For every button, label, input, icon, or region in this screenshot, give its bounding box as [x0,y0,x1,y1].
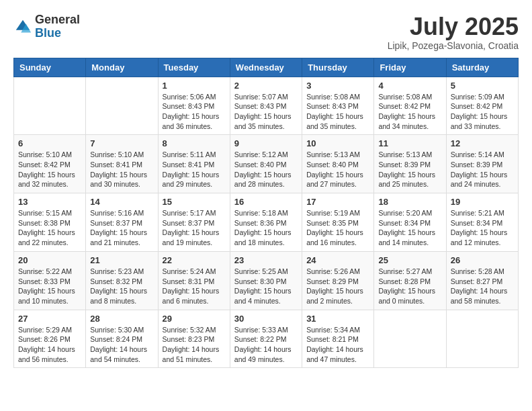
day-number: 1 [163,81,226,91]
day-number: 20 [18,255,81,265]
calendar-week-row: 6Sunrise: 5:10 AM Sunset: 8:42 PM Daylig… [14,135,519,193]
day-info: Sunrise: 5:08 AM Sunset: 8:43 PM Dayligh… [306,92,369,132]
calendar-cell: 23Sunrise: 5:25 AM Sunset: 8:30 PM Dayli… [230,251,302,310]
day-info: Sunrise: 5:23 AM Sunset: 8:32 PM Dayligh… [90,267,153,306]
calendar-day-header: Monday [86,58,158,77]
calendar-header-row: SundayMondayTuesdayWednesdayThursdayFrid… [14,58,519,77]
day-info: Sunrise: 5:21 AM Sunset: 8:34 PM Dayligh… [451,208,514,248]
day-number: 17 [306,197,369,207]
calendar-cell: 7Sunrise: 5:10 AM Sunset: 8:41 PM Daylig… [86,135,158,193]
calendar-cell: 24Sunrise: 5:26 AM Sunset: 8:29 PM Dayli… [302,251,374,310]
day-info: Sunrise: 5:29 AM Sunset: 8:26 PM Dayligh… [18,325,81,365]
day-number: 15 [163,197,226,207]
calendar-cell: 21Sunrise: 5:23 AM Sunset: 8:32 PM Dayli… [86,251,158,310]
day-number: 24 [306,255,369,265]
logo-blue: Blue [35,26,61,40]
logo: General Blue [13,13,80,40]
calendar-cell: 30Sunrise: 5:33 AM Sunset: 8:22 PM Dayli… [230,310,302,368]
calendar-cell: 25Sunrise: 5:27 AM Sunset: 8:28 PM Dayli… [374,251,446,310]
calendar-cell: 15Sunrise: 5:17 AM Sunset: 8:37 PM Dayli… [158,193,230,252]
day-number: 21 [90,255,153,265]
day-info: Sunrise: 5:17 AM Sunset: 8:37 PM Dayligh… [163,208,226,248]
calendar-cell [86,77,158,135]
day-info: Sunrise: 5:10 AM Sunset: 8:41 PM Dayligh… [90,150,153,189]
calendar-cell: 12Sunrise: 5:14 AM Sunset: 8:39 PM Dayli… [446,135,518,193]
calendar-cell: 9Sunrise: 5:12 AM Sunset: 8:40 PM Daylig… [230,135,302,193]
day-info: Sunrise: 5:24 AM Sunset: 8:31 PM Dayligh… [163,267,226,306]
calendar-cell: 13Sunrise: 5:15 AM Sunset: 8:38 PM Dayli… [14,193,86,252]
title-block: July 2025 Lipik, Pozega-Slavonia, Croati… [388,13,519,51]
logo-text: General Blue [35,13,80,40]
day-number: 19 [451,197,514,207]
day-number: 29 [163,314,226,324]
day-info: Sunrise: 5:07 AM Sunset: 8:43 PM Dayligh… [234,92,298,132]
day-number: 22 [163,255,226,265]
calendar-week-row: 27Sunrise: 5:29 AM Sunset: 8:26 PM Dayli… [14,310,519,368]
day-info: Sunrise: 5:27 AM Sunset: 8:28 PM Dayligh… [378,267,441,306]
calendar-cell: 19Sunrise: 5:21 AM Sunset: 8:34 PM Dayli… [446,193,518,252]
calendar-cell: 27Sunrise: 5:29 AM Sunset: 8:26 PM Dayli… [14,310,86,368]
calendar-cell: 20Sunrise: 5:22 AM Sunset: 8:33 PM Dayli… [14,251,86,310]
calendar-day-header: Sunday [14,58,86,77]
day-info: Sunrise: 5:13 AM Sunset: 8:40 PM Dayligh… [306,150,369,189]
day-info: Sunrise: 5:20 AM Sunset: 8:34 PM Dayligh… [378,208,441,248]
day-number: 4 [378,81,441,91]
calendar-day-header: Thursday [302,58,374,77]
day-number: 31 [306,314,369,324]
day-info: Sunrise: 5:28 AM Sunset: 8:27 PM Dayligh… [451,267,514,306]
calendar-cell [374,310,446,368]
day-number: 2 [234,81,298,91]
day-number: 30 [234,314,298,324]
day-number: 5 [451,81,514,91]
calendar-cell: 11Sunrise: 5:13 AM Sunset: 8:39 PM Dayli… [374,135,446,193]
day-number: 12 [451,138,514,148]
main-title: July 2025 [388,13,519,40]
day-number: 28 [90,314,153,324]
calendar-cell [446,310,518,368]
day-info: Sunrise: 5:26 AM Sunset: 8:29 PM Dayligh… [306,267,369,306]
day-info: Sunrise: 5:19 AM Sunset: 8:35 PM Dayligh… [306,208,369,248]
calendar-cell: 3Sunrise: 5:08 AM Sunset: 8:43 PM Daylig… [302,77,374,135]
calendar-table: SundayMondayTuesdayWednesdayThursdayFrid… [13,58,519,369]
calendar-week-row: 13Sunrise: 5:15 AM Sunset: 8:38 PM Dayli… [14,193,519,252]
day-number: 23 [234,255,298,265]
day-info: Sunrise: 5:10 AM Sunset: 8:42 PM Dayligh… [18,150,81,189]
calendar-cell: 10Sunrise: 5:13 AM Sunset: 8:40 PM Dayli… [302,135,374,193]
day-number: 10 [306,138,369,148]
calendar-week-row: 20Sunrise: 5:22 AM Sunset: 8:33 PM Dayli… [14,251,519,310]
day-number: 3 [306,81,369,91]
day-info: Sunrise: 5:13 AM Sunset: 8:39 PM Dayligh… [378,150,441,189]
calendar-cell: 17Sunrise: 5:19 AM Sunset: 8:35 PM Dayli… [302,193,374,252]
calendar-cell: 26Sunrise: 5:28 AM Sunset: 8:27 PM Dayli… [446,251,518,310]
day-info: Sunrise: 5:22 AM Sunset: 8:33 PM Dayligh… [18,267,81,306]
calendar-day-header: Saturday [446,58,518,77]
calendar-day-header: Friday [374,58,446,77]
day-info: Sunrise: 5:33 AM Sunset: 8:22 PM Dayligh… [234,325,298,365]
day-info: Sunrise: 5:08 AM Sunset: 8:42 PM Dayligh… [378,92,441,132]
day-info: Sunrise: 5:18 AM Sunset: 8:36 PM Dayligh… [234,208,298,248]
subtitle: Lipik, Pozega-Slavonia, Croatia [388,40,519,51]
day-info: Sunrise: 5:15 AM Sunset: 8:38 PM Dayligh… [18,208,81,248]
day-info: Sunrise: 5:06 AM Sunset: 8:43 PM Dayligh… [163,92,226,132]
day-number: 9 [234,138,298,148]
calendar-week-row: 1Sunrise: 5:06 AM Sunset: 8:43 PM Daylig… [14,77,519,135]
calendar-cell: 2Sunrise: 5:07 AM Sunset: 8:43 PM Daylig… [230,77,302,135]
day-number: 6 [18,138,81,148]
day-number: 18 [378,197,441,207]
calendar-cell: 14Sunrise: 5:16 AM Sunset: 8:37 PM Dayli… [86,193,158,252]
logo-icon [13,17,32,36]
calendar-cell: 4Sunrise: 5:08 AM Sunset: 8:42 PM Daylig… [374,77,446,135]
calendar-cell [14,77,86,135]
calendar-cell: 5Sunrise: 5:09 AM Sunset: 8:42 PM Daylig… [446,77,518,135]
day-number: 16 [234,197,298,207]
day-number: 7 [90,138,153,148]
day-info: Sunrise: 5:30 AM Sunset: 8:24 PM Dayligh… [90,325,153,365]
calendar-cell: 29Sunrise: 5:32 AM Sunset: 8:23 PM Dayli… [158,310,230,368]
calendar-cell: 1Sunrise: 5:06 AM Sunset: 8:43 PM Daylig… [158,77,230,135]
calendar-cell: 16Sunrise: 5:18 AM Sunset: 8:36 PM Dayli… [230,193,302,252]
calendar-cell: 31Sunrise: 5:34 AM Sunset: 8:21 PM Dayli… [302,310,374,368]
day-info: Sunrise: 5:14 AM Sunset: 8:39 PM Dayligh… [451,150,514,189]
calendar-day-header: Tuesday [158,58,230,77]
day-info: Sunrise: 5:32 AM Sunset: 8:23 PM Dayligh… [163,325,226,365]
calendar-cell: 18Sunrise: 5:20 AM Sunset: 8:34 PM Dayli… [374,193,446,252]
